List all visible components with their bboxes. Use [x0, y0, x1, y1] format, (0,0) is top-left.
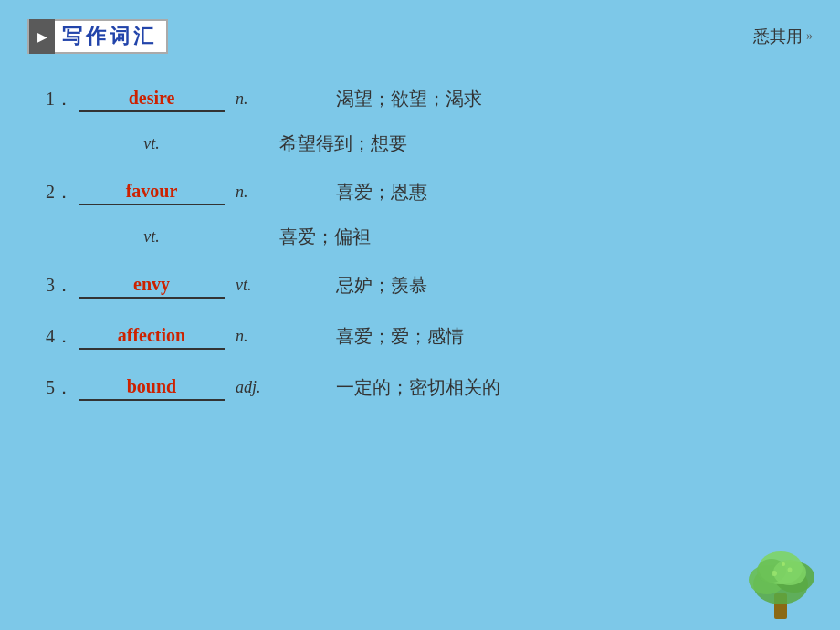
item-blank-4: affection [79, 322, 225, 350]
svg-point-6 [773, 560, 806, 585]
subtitle-arrows: » [806, 29, 813, 44]
item-number-5: 5． [37, 375, 73, 400]
vocab-row-1-main: 1． desire n. 渴望；欲望；渴求 [37, 75, 803, 122]
pos-envy-vt: vt. [236, 276, 281, 295]
word-bound: bound [127, 376, 177, 397]
item-blank-3: envy [79, 271, 225, 299]
vocab-row-2-main: 2． favour n. 喜爱；恩惠 [37, 168, 803, 215]
item-number-1: 1． [37, 87, 73, 111]
meaning-envy-vt: 忌妒；羡慕 [336, 273, 427, 298]
vocab-item-3: 3． envy vt. 忌妒；羡慕 [37, 261, 803, 309]
meaning-desire-n: 渴望；欲望；渴求 [336, 87, 482, 111]
vocab-item-1: 1． desire n. 渴望；欲望；渴求 vt. 希望得到；想要 [37, 75, 803, 164]
pos-affection-n: n. [236, 327, 281, 346]
meaning-affection-n: 喜爱；爱；感情 [336, 324, 464, 349]
vocab-row-1-sub: vt. 希望得到；想要 [79, 122, 803, 164]
pos-bound-adj: adj. [236, 378, 281, 397]
pos-desire-n: n. [236, 89, 281, 109]
meaning-favour-n: 喜爱；恩惠 [336, 180, 427, 205]
item-blank-2: favour [79, 178, 225, 205]
vocab-list: 1． desire n. 渴望；欲望；渴求 vt. 希望得到；想要 2． fav… [37, 75, 803, 411]
item-number-3: 3． [37, 273, 73, 298]
header-left: ▶ 写作词汇 [27, 19, 168, 54]
item-number-2: 2． [37, 180, 73, 205]
meaning-favour-vt: 喜爱；偏袒 [279, 225, 371, 249]
arrow-icon: ▶ [29, 19, 55, 54]
section-title: 写作词汇 [62, 23, 157, 50]
word-desire: desire [129, 88, 175, 109]
vocab-row-5-main: 5． bound adj. 一定的；密切相关的 [37, 363, 803, 411]
word-envy: envy [133, 274, 170, 295]
subtitle-text: 悉其用 [753, 26, 803, 47]
vocab-item-5: 5． bound adj. 一定的；密切相关的 [37, 363, 803, 411]
vocab-row-2-sub: vt. 喜爱；偏袒 [79, 215, 803, 257]
tree-decoration [740, 530, 822, 621]
svg-point-9 [782, 562, 785, 566]
item-blank-1: desire [79, 85, 225, 112]
header-subtitle: 悉其用 » [753, 26, 813, 47]
item-blank-5: bound [79, 373, 225, 401]
vocab-item-2: 2． favour n. 喜爱；恩惠 vt. 喜爱；偏袒 [37, 168, 803, 257]
meaning-desire-vt: 希望得到；想要 [279, 131, 407, 156]
word-favour: favour [126, 181, 178, 202]
vocab-row-4-main: 4． affection n. 喜爱；爱；感情 [37, 312, 803, 360]
pos-favour-vt: vt. [79, 227, 225, 247]
pos-favour-n: n. [236, 183, 281, 202]
pos-desire-vt: vt. [79, 134, 225, 153]
item-number-4: 4． [37, 324, 73, 349]
word-affection: affection [118, 325, 185, 346]
vocab-item-4: 4． affection n. 喜爱；爱；感情 [37, 312, 803, 360]
vocab-row-3-main: 3． envy vt. 忌妒；羡慕 [37, 261, 803, 309]
header-bar: ▶ 写作词汇 悉其用 » [27, 16, 813, 57]
svg-point-7 [772, 571, 777, 576]
meaning-bound-adj: 一定的；密切相关的 [336, 375, 500, 400]
svg-point-8 [788, 568, 793, 572]
